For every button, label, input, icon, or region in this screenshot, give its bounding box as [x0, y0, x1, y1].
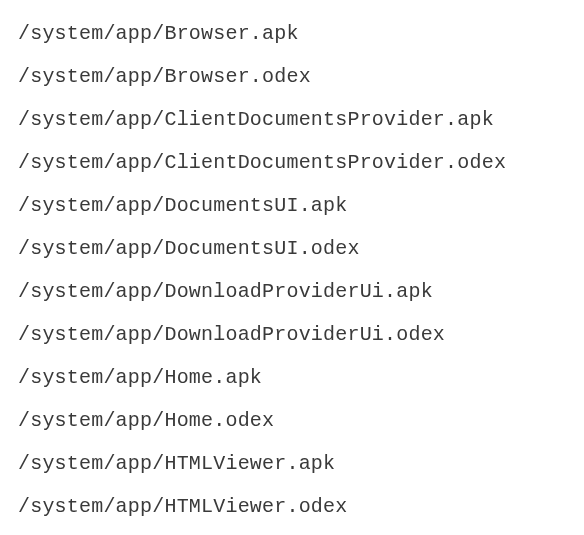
- file-path-line: /system/app/Browser.apk: [18, 12, 566, 55]
- file-path-line: /system/app/DocumentsUI.odex: [18, 227, 566, 270]
- file-path-line: /system/app/DocumentsUI.apk: [18, 184, 566, 227]
- file-path-line: /system/app/Home.apk: [18, 356, 566, 399]
- file-path-line: /system/app/Home.odex: [18, 399, 566, 442]
- file-path-line: /system/app/Browser.odex: [18, 55, 566, 98]
- file-path-line: /system/app/DownloadProviderUi.apk: [18, 270, 566, 313]
- file-path-line: /system/app/ClientDocumentsProvider.odex: [18, 141, 566, 184]
- file-path-line: /system/app/ClientDocumentsProvider.apk: [18, 98, 566, 141]
- file-path-list: /system/app/Browser.apk /system/app/Brow…: [18, 12, 566, 528]
- file-path-line: /system/app/HTMLViewer.apk: [18, 442, 566, 485]
- file-path-line: /system/app/DownloadProviderUi.odex: [18, 313, 566, 356]
- file-path-line: /system/app/HTMLViewer.odex: [18, 485, 566, 528]
